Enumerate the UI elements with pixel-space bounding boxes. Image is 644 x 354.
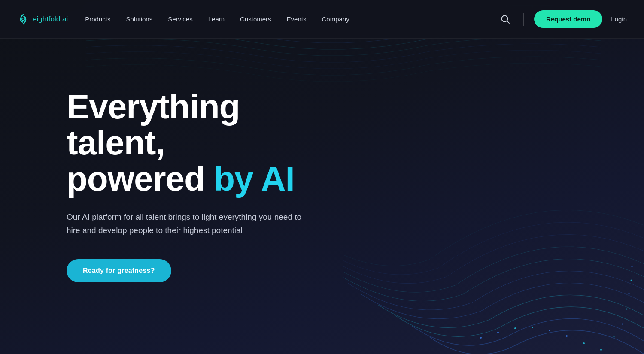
nav-customers[interactable]: Customers [240, 15, 271, 23]
nav-solutions[interactable]: Solutions [126, 15, 152, 23]
hero-subtext: Our AI platform for all talent brings to… [67, 211, 313, 237]
nav-company[interactable]: Company [322, 15, 349, 23]
request-demo-button[interactable]: Request demo [534, 10, 602, 28]
login-button[interactable]: Login [611, 15, 627, 23]
nav-divider [523, 13, 524, 26]
svg-point-25 [566, 335, 568, 337]
svg-point-31 [614, 336, 615, 338]
cta-button[interactable]: Ready for greatness? [67, 259, 171, 282]
navbar: eightfold.ai Products Solutions Services… [0, 0, 644, 39]
svg-line-2 [507, 21, 509, 23]
search-button[interactable] [498, 12, 513, 27]
svg-point-26 [549, 330, 550, 331]
hero-heading: Everything talent, powered by AI [67, 89, 335, 197]
svg-point-27 [532, 327, 533, 328]
nav-events[interactable]: Events [287, 15, 307, 23]
nav-right: Request demo Login [498, 10, 627, 28]
wave-bottom-right-decoration [343, 182, 644, 354]
nav-services[interactable]: Services [168, 15, 193, 23]
svg-point-24 [583, 342, 585, 344]
svg-point-33 [626, 309, 628, 310]
svg-point-28 [514, 327, 516, 329]
svg-point-34 [629, 293, 630, 295]
svg-point-29 [497, 332, 499, 333]
svg-point-35 [631, 280, 632, 281]
hero-content: Everything talent, powered by AI Our AI … [0, 89, 335, 282]
svg-point-36 [632, 266, 633, 267]
search-icon [501, 15, 510, 24]
logo-text: eightfold.ai [33, 15, 68, 24]
svg-point-0 [22, 18, 24, 21]
nav-products[interactable]: Products [85, 15, 110, 23]
hero-section: Everything talent, powered by AI Our AI … [0, 0, 644, 354]
svg-point-30 [480, 337, 482, 339]
svg-point-23 [600, 349, 602, 351]
logo-icon [17, 13, 29, 25]
logo[interactable]: eightfold.ai [17, 13, 68, 25]
svg-point-32 [622, 324, 623, 325]
nav-learn[interactable]: Learn [208, 15, 225, 23]
nav-links: Products Solutions Services Learn Custom… [85, 15, 498, 23]
